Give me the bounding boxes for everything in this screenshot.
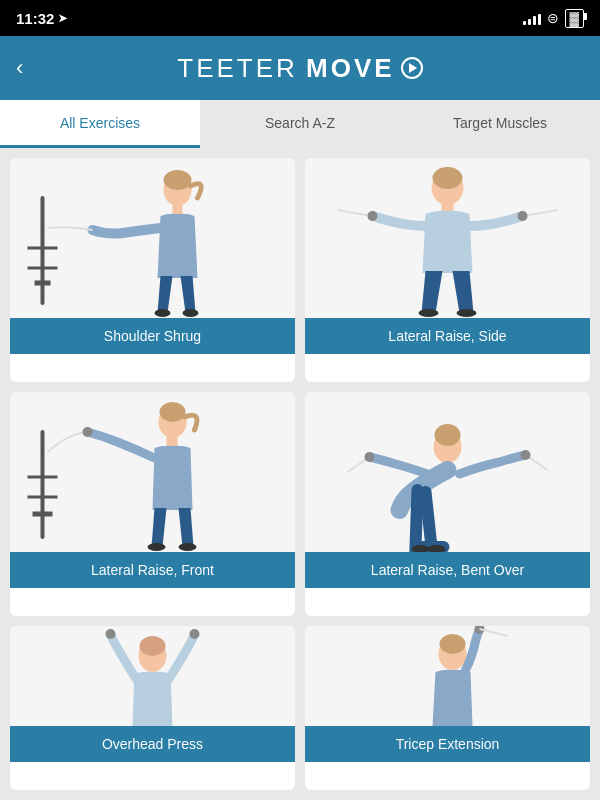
exercise-image-6 bbox=[305, 626, 590, 726]
location-icon: ➤ bbox=[58, 12, 67, 25]
exercise-card-overhead[interactable]: Overhead Press bbox=[10, 626, 295, 790]
back-button[interactable]: ‹ bbox=[16, 55, 23, 81]
logo-play-icon bbox=[401, 57, 423, 79]
exercise-label-1: Shoulder Shrug bbox=[10, 318, 295, 354]
svg-point-27 bbox=[148, 543, 166, 551]
exercise-card-shoulder-shrug[interactable]: Shoulder Shrug bbox=[10, 158, 295, 382]
tab-bar: All Exercises Search A-Z Target Muscles bbox=[0, 100, 600, 148]
wifi-icon: ⊜ bbox=[547, 10, 559, 26]
exercise-label-4: Lateral Raise, Bent Over bbox=[305, 552, 590, 588]
svg-point-16 bbox=[419, 309, 439, 317]
svg-point-14 bbox=[368, 211, 378, 221]
svg-point-28 bbox=[179, 543, 197, 551]
svg-point-12 bbox=[433, 167, 463, 189]
svg-point-43 bbox=[190, 629, 200, 639]
svg-point-8 bbox=[155, 309, 171, 317]
tab-target-muscles[interactable]: Target Muscles bbox=[400, 100, 600, 148]
svg-point-35 bbox=[365, 452, 375, 462]
exercise-card-lateral-raise-side[interactable]: Lateral Raise, Side bbox=[305, 158, 590, 382]
svg-point-26 bbox=[83, 427, 93, 437]
svg-point-41 bbox=[140, 636, 166, 656]
svg-point-6 bbox=[164, 170, 192, 190]
svg-point-24 bbox=[160, 402, 186, 422]
app-logo: TEETER MOVE bbox=[177, 53, 422, 84]
svg-point-17 bbox=[457, 309, 477, 317]
logo-move: MOVE bbox=[306, 53, 423, 84]
status-time: 11:32 ➤ bbox=[16, 10, 67, 27]
exercise-image-5 bbox=[10, 626, 295, 726]
logo-teeter: TEETER bbox=[177, 53, 298, 84]
svg-rect-0 bbox=[13, 158, 293, 318]
exercise-grid: Shoulder Shrug bbox=[0, 148, 600, 800]
status-icons: ⊜ ▓ bbox=[523, 9, 584, 28]
svg-point-46 bbox=[440, 634, 466, 654]
exercise-card-lateral-raise-bent[interactable]: Lateral Raise, Bent Over bbox=[305, 392, 590, 616]
exercise-label-3: Lateral Raise, Front bbox=[10, 552, 295, 588]
exercise-image-1 bbox=[10, 158, 295, 318]
app-header: ‹ TEETER MOVE bbox=[0, 36, 600, 100]
exercise-image-4 bbox=[305, 392, 590, 552]
battery-icon: ▓ bbox=[565, 9, 584, 28]
exercise-image-3 bbox=[10, 392, 295, 552]
exercise-image-2 bbox=[305, 158, 590, 318]
svg-point-9 bbox=[183, 309, 199, 317]
exercise-label-6: Tricep Extension bbox=[305, 726, 590, 762]
svg-rect-18 bbox=[13, 392, 293, 552]
svg-point-15 bbox=[518, 211, 528, 221]
exercise-label-2: Lateral Raise, Side bbox=[305, 318, 590, 354]
exercise-label-5: Overhead Press bbox=[10, 726, 295, 762]
time-display: 11:32 bbox=[16, 10, 54, 27]
tab-all-exercises[interactable]: All Exercises bbox=[0, 100, 200, 148]
svg-point-36 bbox=[521, 450, 531, 460]
exercise-card-tricep[interactable]: Tricep Extension bbox=[305, 626, 590, 790]
signal-icon bbox=[523, 11, 541, 25]
status-bar: 11:32 ➤ ⊜ ▓ bbox=[0, 0, 600, 36]
tab-search-az[interactable]: Search A-Z bbox=[200, 100, 400, 148]
exercise-card-lateral-raise-front[interactable]: Lateral Raise, Front bbox=[10, 392, 295, 616]
logo-spacer bbox=[298, 53, 306, 84]
svg-point-42 bbox=[106, 629, 116, 639]
